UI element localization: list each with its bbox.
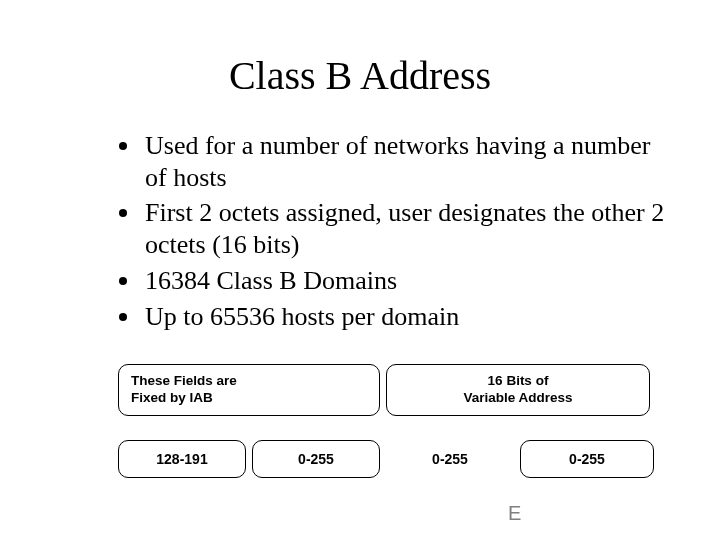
- octets-row: 128-191 0-255 0-255 0-255: [118, 440, 654, 478]
- fixed-fields-label: These Fields areFixed by IAB: [118, 364, 380, 416]
- slide: Class B Address Used for a number of net…: [0, 0, 720, 540]
- bullet-item: First 2 octets assigned, user designates…: [115, 197, 675, 260]
- bullet-item: 16384 Class B Domains: [115, 265, 675, 297]
- bullet-list: Used for a number of networks having a n…: [115, 130, 675, 336]
- octet-cell: 128-191: [118, 440, 246, 478]
- variable-fields-label: 16 Bits ofVariable Address: [386, 364, 650, 416]
- bullet-item: Used for a number of networks having a n…: [115, 130, 675, 193]
- bullet-item: Up to 65536 hosts per domain: [115, 301, 675, 333]
- octet-cell: 0-255: [252, 440, 380, 478]
- octet-cell: 0-255: [386, 440, 514, 478]
- octet-cell: 0-255: [520, 440, 654, 478]
- footer-mark: E: [508, 502, 522, 525]
- slide-title: Class B Address: [0, 52, 720, 99]
- field-labels-row: These Fields areFixed by IAB 16 Bits ofV…: [118, 364, 650, 422]
